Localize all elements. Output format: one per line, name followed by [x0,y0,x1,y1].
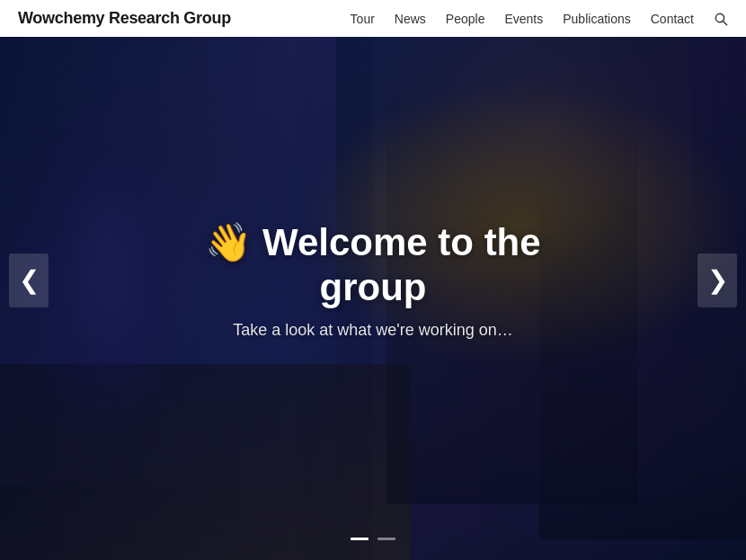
nav-link-publications[interactable]: Publications [563,12,631,26]
search-icon [714,12,728,26]
nav-menu: Tour News People Events Publications Con… [351,11,728,27]
nav-item-news[interactable]: News [395,11,426,27]
carousel-dots [351,538,395,540]
carousel-next-button[interactable]: ❯ [697,253,737,307]
hero-content: 👋 Welcome to the group Take a look at wh… [148,220,598,341]
nav-link-contact[interactable]: Contact [651,12,694,26]
nav-item-events[interactable]: Events [504,11,543,27]
nav-link-people[interactable]: People [446,12,485,26]
nav-item-contact[interactable]: Contact [651,11,694,27]
svg-line-1 [724,21,727,24]
nav-item-tour[interactable]: Tour [351,11,375,27]
carousel-dot-1[interactable] [351,538,369,540]
chevron-right-icon: ❯ [707,265,728,295]
chevron-left-icon: ❮ [19,265,40,295]
nav-item-publications[interactable]: Publications [563,11,631,27]
hero-subtitle: Take a look at what we're working on… [148,321,598,340]
nav-link-news[interactable]: News [395,12,426,26]
nav-link-events[interactable]: Events [504,12,543,26]
site-brand: Wowchemy Research Group [18,9,231,28]
nav-item-search[interactable] [714,12,728,26]
hero-section: 👋 Welcome to the group Take a look at wh… [0,0,746,560]
nav-link-tour[interactable]: Tour [351,12,375,26]
hero-title: 👋 Welcome to the group [148,220,598,311]
navbar: Wowchemy Research Group Tour News People… [0,0,746,37]
hero-title-text: Welcome to the group [262,221,541,308]
carousel-prev-button[interactable]: ❮ [9,253,49,307]
search-button[interactable] [714,12,728,26]
carousel-dot-2[interactable] [377,538,395,540]
wave-emoji: 👋 [205,221,252,263]
nav-item-people[interactable]: People [446,11,485,27]
